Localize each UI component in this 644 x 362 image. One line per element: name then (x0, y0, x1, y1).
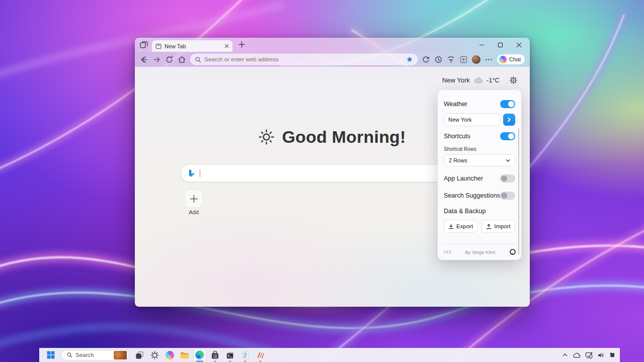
tray-app-icon[interactable] (609, 351, 616, 358)
network-cast-icon[interactable] (585, 352, 593, 358)
tab-close-icon[interactable] (224, 44, 229, 48)
toggle-knob (501, 175, 507, 182)
settings-button[interactable] (148, 349, 160, 361)
shortcuts-toggle[interactable] (500, 132, 515, 140)
data-backup-label: Data & Backup (444, 208, 486, 215)
tray-chevron-up-icon[interactable] (562, 352, 568, 358)
weather-temperature: -1°C (487, 76, 500, 84)
striped-w-icon (256, 351, 265, 359)
refresh-icon[interactable] (165, 55, 174, 64)
add-shortcut-label: Add (185, 209, 203, 215)
terminal-taskbar-button[interactable] (224, 349, 236, 361)
shortcut-rows-label: Shortcat Rows (444, 146, 476, 152)
taskbar: Search (39, 348, 620, 362)
weather-settings-gear-icon[interactable] (509, 76, 518, 84)
backup-buttons-row: Export Import (444, 220, 515, 233)
taskbar-search-label: Search (75, 352, 111, 358)
profile-avatar[interactable] (472, 55, 480, 64)
notepad-icon (242, 351, 249, 359)
greeting-text: Good Morning! (282, 127, 406, 147)
github-icon[interactable] (509, 248, 516, 255)
panel-divider (444, 243, 515, 244)
version-label: v13 (444, 249, 451, 254)
panel-scrollbar[interactable] (518, 128, 519, 255)
plus-icon (190, 195, 198, 203)
new-tab-page: New York -1°C (135, 67, 530, 307)
address-bar[interactable] (190, 54, 418, 65)
file-explorer-button[interactable] (179, 349, 191, 361)
app-launcher-label: App Launcher (444, 175, 483, 182)
back-icon[interactable] (140, 55, 148, 64)
app-launcher-setting-row: App Launcher (444, 174, 515, 183)
toggle-knob (508, 133, 514, 139)
collections-icon[interactable] (459, 55, 468, 64)
search-suggestions-setting-row: Search Suggestions (444, 192, 515, 200)
weather-setting-label: Weather (444, 101, 467, 108)
onedrive-cloud-icon[interactable] (573, 352, 581, 358)
taskbar-search-icon (66, 352, 72, 358)
task-view-button[interactable] (133, 349, 145, 361)
minimize-button[interactable] (479, 42, 485, 48)
window-controls (479, 42, 530, 52)
browser-essentials-icon[interactable] (422, 55, 430, 64)
import-label: Import (494, 223, 511, 229)
edge-taskbar-button[interactable] (194, 349, 206, 361)
system-tray (562, 348, 616, 362)
data-backup-row: Data & Backup (444, 208, 515, 215)
import-button[interactable]: Import (481, 220, 515, 233)
store-taskbar-button[interactable] (209, 349, 221, 361)
media-app-taskbar-button[interactable] (254, 349, 266, 361)
weather-city-apply-button[interactable] (503, 114, 515, 126)
search-caret (200, 169, 200, 177)
new-tab-button[interactable] (238, 41, 245, 48)
taskbar-search-box[interactable]: Search (61, 350, 129, 360)
history-icon[interactable] (434, 55, 443, 64)
search-suggestions-toggle[interactable] (500, 192, 515, 200)
tab-strip: New Tab (135, 38, 530, 52)
copilot-icon (166, 351, 174, 359)
terminal-icon (226, 351, 234, 359)
notepad-taskbar-button[interactable] (239, 349, 251, 361)
panel-footer: v13 By Singe Klmt (444, 247, 516, 256)
shortcuts-setting-row: Shortcuts (444, 132, 515, 140)
tab-favicon (155, 43, 162, 49)
browser-window: New Tab (135, 38, 530, 307)
copilot-taskbar-button[interactable] (164, 349, 176, 361)
tab-actions-icon[interactable] (140, 41, 148, 49)
close-button[interactable] (516, 42, 522, 48)
tab-new-tab[interactable]: New Tab (152, 40, 232, 52)
export-button[interactable]: Export (444, 220, 477, 233)
task-view-icon (135, 351, 144, 359)
maximize-button[interactable] (498, 42, 503, 48)
volume-icon[interactable] (597, 352, 604, 358)
chevron-right-icon (507, 117, 512, 122)
sun-icon (259, 129, 274, 145)
credit-label: By Singe Klmt (451, 249, 509, 255)
weather-city: New York (442, 76, 470, 84)
microsoft-store-icon (211, 351, 219, 359)
weather-setting-row: Weather (444, 100, 515, 108)
shortcuts-setting-label: Shortcuts (444, 133, 470, 140)
web-select-icon[interactable] (447, 55, 455, 64)
download-icon (448, 224, 454, 229)
weather-city-input[interactable] (444, 113, 500, 126)
add-shortcut-button[interactable] (185, 190, 203, 208)
edge-icon (195, 350, 204, 359)
home-icon[interactable] (178, 55, 186, 64)
shortcut-rows-select[interactable]: 2 Rows (444, 154, 515, 166)
start-button[interactable] (45, 349, 57, 361)
copilot-chat-button[interactable]: Chat (497, 54, 525, 64)
weather-toggle[interactable] (500, 100, 515, 108)
favorite-star-icon[interactable] (406, 56, 413, 63)
app-launcher-toggle[interactable] (500, 174, 515, 183)
forward-icon[interactable] (152, 55, 161, 64)
bing-icon (187, 169, 195, 177)
more-menu-icon[interactable] (485, 55, 493, 64)
address-input[interactable] (204, 56, 403, 62)
upload-icon (486, 224, 492, 229)
search-suggestions-label: Search Suggestions (444, 192, 500, 199)
windows-logo-icon (47, 351, 55, 359)
folder-icon (180, 351, 189, 359)
toggle-knob (508, 101, 514, 107)
search-highlight-thumbnail (114, 351, 127, 359)
